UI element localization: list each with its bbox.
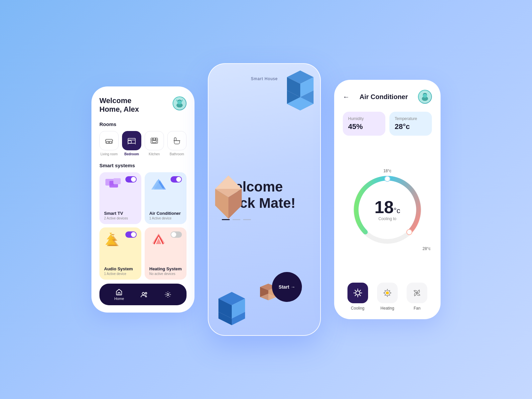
room-item-bedroom[interactable]: Bedroom xyxy=(122,131,141,156)
stats-row: Humidity 45% Temperature 28°c xyxy=(343,112,432,136)
svg-line-71 xyxy=(389,290,390,291)
svg-line-70 xyxy=(389,295,390,296)
room-label-kitchen: Kitchen xyxy=(149,152,160,156)
cooling-icon-wrap xyxy=(347,283,368,303)
mode-heating[interactable]: Heating xyxy=(377,283,398,311)
card-name-audio: Audio System xyxy=(104,266,137,271)
dot-1 xyxy=(222,219,230,220)
svg-line-60 xyxy=(359,295,361,296)
room-label-living: Living room xyxy=(100,152,118,156)
humidity-card: Humidity 45% xyxy=(343,112,385,136)
card-name-ac: Air Conditioner xyxy=(149,211,182,216)
room-icon-bedroom xyxy=(122,131,141,150)
svg-point-11 xyxy=(155,138,156,139)
toggle-heating[interactable] xyxy=(171,231,182,238)
svg-rect-23 xyxy=(118,293,120,295)
svg-line-72 xyxy=(385,295,386,296)
room-icon-living xyxy=(99,131,119,150)
phone-welcome: Smart House Welcome Back Mate! xyxy=(208,63,321,336)
nav-home-label: Home xyxy=(114,297,124,301)
welcome-text: Welcome Home, Alex xyxy=(99,96,139,114)
back-button[interactable]: ← xyxy=(343,93,349,101)
dial-temp-display: 18°c xyxy=(374,199,400,216)
smart-house-title: Smart House xyxy=(251,76,278,81)
mode-fan[interactable]: Fan xyxy=(407,283,427,311)
dial-label-max: 28°c xyxy=(423,246,431,251)
room-item-living[interactable]: Living room xyxy=(99,131,119,156)
system-card-ac[interactable]: Air Conditioner 1 Active device xyxy=(145,172,187,224)
system-card-heating[interactable]: Heating System No active devices xyxy=(145,227,187,280)
home-header: Welcome Home, Alex xyxy=(99,96,187,114)
svg-point-25 xyxy=(145,292,147,294)
mode-row: Cooling Heating xyxy=(343,283,432,311)
deco-top-right xyxy=(284,70,314,110)
nav-users[interactable] xyxy=(141,291,148,298)
ac-title: Air Conditioner xyxy=(359,93,408,101)
temperature-card: Temperature 28°c xyxy=(389,112,432,136)
svg-point-10 xyxy=(153,138,154,139)
fan-icon-wrap xyxy=(407,283,427,303)
dot-2 xyxy=(232,219,240,220)
cooling-label: Cooling xyxy=(351,306,364,311)
dots-row xyxy=(222,219,307,220)
rooms-section-title: Rooms xyxy=(99,121,187,127)
room-label-bedroom: Bedroom xyxy=(124,152,139,156)
ac-avatar[interactable] xyxy=(418,90,432,104)
system-card-audio[interactable]: Audio System 1 Active device xyxy=(99,227,141,280)
svg-rect-16 xyxy=(113,178,121,184)
svg-point-53 xyxy=(407,229,412,235)
systems-section-title: Smart systems xyxy=(99,163,187,168)
svg-line-69 xyxy=(385,290,386,291)
svg-point-24 xyxy=(142,292,144,295)
card-top-heating xyxy=(149,231,182,249)
fan-label: Fan xyxy=(414,306,421,311)
svg-rect-12 xyxy=(152,141,156,143)
greeting-line2: Home, Alex xyxy=(99,105,139,114)
dial-center: 18°c Cooling to xyxy=(374,199,400,221)
svg-line-61 xyxy=(359,290,361,291)
nav-settings[interactable] xyxy=(164,291,172,298)
system-card-smarttv[interactable]: Smart TV 2 Active devices xyxy=(99,172,141,224)
nav-home[interactable]: Home xyxy=(114,288,124,301)
temperature-label: Temperature xyxy=(395,116,427,121)
mode-cooling[interactable]: Cooling xyxy=(347,283,368,311)
svg-point-52 xyxy=(385,176,390,182)
card-name-heating: Heating System xyxy=(149,266,182,271)
svg-point-26 xyxy=(167,294,169,296)
card-sub-heating: No active devices xyxy=(149,272,182,276)
toggle-smarttv[interactable] xyxy=(125,176,137,183)
svg-rect-7 xyxy=(128,141,131,143)
svg-point-64 xyxy=(386,292,389,294)
toggle-ac[interactable] xyxy=(171,176,182,183)
svg-line-62 xyxy=(355,295,356,296)
room-item-kitchen[interactable]: Kitchen xyxy=(145,131,164,156)
dial-label-min: 18°c xyxy=(383,169,391,173)
dial-sub-label: Cooling to xyxy=(374,216,400,221)
room-icon-bathroom xyxy=(167,131,187,150)
card-top-smarttv xyxy=(104,176,137,194)
phone-home: Welcome Home, Alex Rooms Living room xyxy=(91,86,195,313)
card-top-ac xyxy=(149,176,182,194)
systems-grid: Smart TV 2 Active devices Air Conditione… xyxy=(99,172,187,280)
room-item-bathroom[interactable]: Bathroom xyxy=(167,131,187,156)
room-icon-kitchen xyxy=(145,131,164,150)
card-sub-ac: 1 Active device xyxy=(149,216,182,220)
deco-bottom-left xyxy=(215,292,245,325)
svg-marker-37 xyxy=(215,176,242,189)
greeting-line1: Welcome xyxy=(99,96,139,105)
card-name-smarttv: Smart TV xyxy=(104,211,137,216)
bottom-nav: Home xyxy=(99,284,187,305)
start-button[interactable]: Start → xyxy=(272,272,302,302)
temperature-value: 28°c xyxy=(395,122,427,131)
dot-3 xyxy=(243,219,251,220)
ac-header: ← Air Conditioner xyxy=(343,90,432,104)
temperature-dial[interactable]: 18°c 18°c Cooling to 28°c xyxy=(347,170,427,250)
card-sub-smarttv: 2 Active devices xyxy=(104,216,137,220)
svg-line-59 xyxy=(355,290,356,291)
heating-label: Heating xyxy=(380,306,394,311)
toggle-audio[interactable] xyxy=(125,231,137,238)
rooms-row: Living room Bedroom Kitchen Bathroom xyxy=(99,131,187,156)
avatar[interactable] xyxy=(173,96,187,110)
humidity-value: 45% xyxy=(348,122,380,131)
svg-rect-4 xyxy=(107,141,109,143)
